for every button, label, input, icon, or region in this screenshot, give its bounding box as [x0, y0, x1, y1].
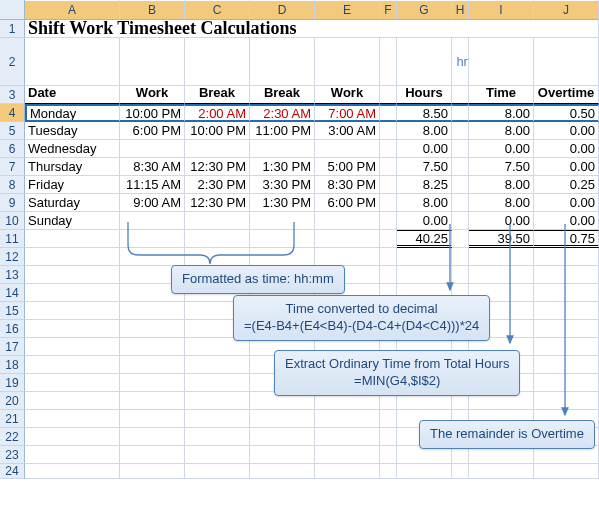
empty-cell[interactable] [185, 410, 250, 428]
row-header[interactable]: 10 [0, 212, 25, 230]
empty-cell[interactable] [25, 266, 120, 284]
row-header[interactable]: 7 [0, 158, 25, 176]
col-header-D[interactable]: D [250, 0, 315, 20]
empty-cell[interactable] [250, 230, 315, 248]
empty-cell[interactable] [534, 266, 599, 284]
empty-cell[interactable] [380, 38, 397, 86]
overtime-cell[interactable]: 0.25 [534, 176, 599, 194]
total-hours-cell[interactable]: 0.00 [397, 212, 452, 230]
day-cell[interactable]: Thursday [25, 158, 120, 176]
empty-cell[interactable] [380, 212, 397, 230]
empty-cell[interactable] [380, 104, 397, 122]
empty-cell[interactable] [120, 338, 185, 356]
ordinary-time-cell[interactable]: 8.00 [469, 194, 534, 212]
row-header[interactable]: 16 [0, 320, 25, 338]
empty-cell[interactable] [315, 230, 380, 248]
empty-cell[interactable] [25, 446, 120, 464]
row-header[interactable]: 19 [0, 374, 25, 392]
overtime-cell[interactable]: 0.00 [534, 158, 599, 176]
row-header[interactable]: 5 [0, 122, 25, 140]
empty-cell[interactable] [120, 428, 185, 446]
col-header-J[interactable]: J [534, 0, 599, 20]
empty-cell[interactable] [120, 410, 185, 428]
start-work-cell[interactable] [120, 140, 185, 158]
select-all-corner[interactable] [0, 0, 25, 20]
empty-cell[interactable] [469, 38, 534, 86]
empty-cell[interactable] [380, 230, 397, 248]
empty-cell[interactable] [25, 230, 120, 248]
empty-cell[interactable] [469, 248, 534, 266]
empty-cell[interactable] [534, 374, 599, 392]
empty-cell[interactable] [120, 464, 185, 479]
col-header-E[interactable]: E [315, 0, 380, 20]
row-header[interactable]: 8 [0, 176, 25, 194]
start-work-cell[interactable]: 11:15 AM [120, 176, 185, 194]
empty-cell[interactable] [120, 374, 185, 392]
empty-cell[interactable] [380, 86, 397, 104]
empty-cell[interactable] [185, 392, 250, 410]
start-break-cell[interactable] [185, 212, 250, 230]
empty-cell[interactable] [452, 104, 469, 122]
empty-cell[interactable] [315, 428, 380, 446]
finish-break-cell[interactable] [250, 212, 315, 230]
col-header-I[interactable]: I [469, 0, 534, 20]
row-header[interactable]: 23 [0, 446, 25, 464]
empty-cell[interactable] [380, 464, 397, 479]
empty-cell[interactable] [185, 428, 250, 446]
day-cell[interactable]: Wednesday [25, 140, 120, 158]
empty-cell[interactable] [397, 38, 452, 86]
finish-work-cell[interactable]: 8:30 PM [315, 176, 380, 194]
empty-cell[interactable] [380, 140, 397, 158]
empty-cell[interactable] [25, 248, 120, 266]
empty-cell[interactable] [25, 374, 120, 392]
row-header[interactable]: 3 [0, 86, 25, 104]
empty-cell[interactable] [380, 176, 397, 194]
empty-cell[interactable] [380, 410, 397, 428]
empty-cell[interactable] [534, 284, 599, 302]
finish-break-cell[interactable]: 2:30 AM [250, 104, 315, 122]
empty-cell[interactable] [120, 38, 185, 86]
empty-cell[interactable] [380, 122, 397, 140]
empty-cell[interactable] [315, 38, 380, 86]
empty-cell[interactable] [25, 356, 120, 374]
empty-cell[interactable] [534, 248, 599, 266]
empty-cell[interactable] [25, 302, 120, 320]
empty-cell[interactable] [25, 284, 120, 302]
start-break-cell[interactable]: 2:00 AM [185, 104, 250, 122]
total-hours-cell[interactable]: 8.25 [397, 176, 452, 194]
empty-cell[interactable] [380, 266, 397, 284]
empty-cell[interactable] [397, 266, 452, 284]
empty-cell[interactable] [534, 356, 599, 374]
empty-cell[interactable] [120, 302, 185, 320]
empty-cell[interactable] [452, 158, 469, 176]
empty-cell[interactable] [380, 158, 397, 176]
empty-cell[interactable] [397, 464, 452, 479]
empty-cell[interactable] [25, 320, 120, 338]
row-header[interactable]: 24 [0, 464, 25, 479]
empty-cell[interactable] [250, 446, 315, 464]
col-header-A[interactable]: A [25, 0, 120, 20]
sum-ordinary-time[interactable]: 39.50 [469, 230, 534, 248]
empty-cell[interactable] [452, 464, 469, 479]
empty-cell[interactable] [185, 464, 250, 479]
empty-cell[interactable] [534, 38, 599, 86]
empty-cell[interactable] [534, 338, 599, 356]
empty-cell[interactable] [120, 356, 185, 374]
row-header[interactable]: 2 [0, 38, 25, 86]
empty-cell[interactable] [452, 212, 469, 230]
col-header-F[interactable]: F [380, 0, 397, 20]
row-header[interactable]: 1 [0, 20, 25, 38]
spreadsheet-grid[interactable]: ABCDEFGHIJ1Shift Work Timesheet Calculat… [0, 0, 599, 479]
finish-break-cell[interactable]: 11:00 PM [250, 122, 315, 140]
ordinary-hours-limit[interactable]: 8 hrs [452, 38, 469, 86]
empty-cell[interactable] [250, 410, 315, 428]
start-work-cell[interactable]: 10:00 PM [120, 104, 185, 122]
empty-cell[interactable] [397, 248, 452, 266]
empty-cell[interactable] [380, 446, 397, 464]
empty-cell[interactable] [315, 248, 380, 266]
finish-break-cell[interactable] [250, 140, 315, 158]
total-hours-cell[interactable]: 7.50 [397, 158, 452, 176]
total-hours-cell[interactable]: 8.00 [397, 122, 452, 140]
empty-cell[interactable] [25, 338, 120, 356]
row-header[interactable]: 9 [0, 194, 25, 212]
